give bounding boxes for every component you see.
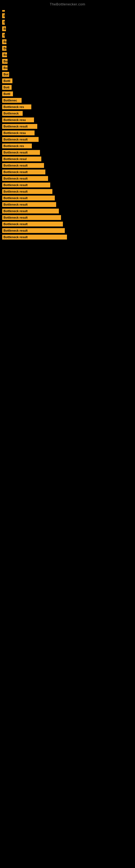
bar-row: Bottleneck result [2,176,135,181]
bar-row: Bottleneck res [2,144,135,148]
bar-label: Bottleneck result [2,169,45,175]
bar-row [2,10,135,12]
bar-row: Bottleneck result [2,202,135,207]
bar-row: Bottleneck result [2,163,135,168]
bar-row: B [2,13,135,18]
bar-row: B [2,33,135,38]
bar-label: Bottleneck result [2,176,48,181]
bar-label: Bottl [2,79,12,83]
bar-row: Bottl [2,91,135,96]
bar-row: Bottleneck result [2,183,135,187]
bar-label: Bottleneck res [2,144,32,148]
bar-row: Bottleneck resul [2,156,135,161]
bar-row: Bo [2,26,135,31]
bar-label: Bottleneck result [2,183,50,187]
bar-row: Bottleneck resu [2,130,135,135]
bar-label: Bottleneck result [2,195,55,200]
bar-label: B [2,13,5,18]
bar-label: Bottleneck result [2,137,39,142]
bar-row: Bottleneck result [2,124,135,129]
bar-row: Bottleneck result [2,137,135,142]
bar-label: B [2,33,5,38]
bar-label: Bottlenec [2,98,21,103]
bar-row: Bottl [2,79,135,83]
bar-label: Bo [2,52,7,57]
bar-row: Bottleneck [2,111,135,116]
bar-label: Bottleneck resu [2,130,35,135]
bar-row: Bott [2,85,135,90]
bar-label: Bo [2,59,8,64]
bar-row: Bo [2,46,135,51]
bars-container: BBBoBBoBoBoBoBoBotBottlBottBottlBottlene… [0,7,135,244]
bar-label: Bottleneck result [2,235,67,240]
bar-row: Bottleneck resu [2,118,135,122]
bar-row: Bottleneck result [2,209,135,214]
bar-label: Bottleneck result [2,163,44,168]
bar-label: Bot [2,72,9,77]
bar-row: Bottleneck result [2,215,135,220]
bar-row: Bottleneck res [2,104,135,109]
bar-row: Bot [2,72,135,77]
bar-row: B [2,20,135,25]
bar-row: Bottlenec [2,98,135,103]
bar-row: Bottleneck result [2,228,135,233]
bar-label: Bo [2,26,6,31]
bar-label: Bottleneck [2,111,23,116]
bar-row: Bo [2,59,135,64]
bar-label: Bo [2,46,6,51]
bar-label: B [2,20,5,25]
bar-row: Bottleneck result [2,169,135,175]
bar-label [2,10,5,12]
bar-row: Bottleneck result [2,150,135,155]
bar-row: Bottleneck result [2,189,135,194]
site-title: TheBottlenecker.com [0,0,135,7]
bar-label: Bottleneck result [2,124,37,129]
bar-label: Bottleneck resul [2,156,41,161]
bar-label: Bottleneck result [2,228,65,233]
bar-label: Bottleneck resu [2,118,34,122]
bar-label: Bottl [2,91,13,96]
bar-row: Bo [2,39,135,44]
bar-label: Bottleneck result [2,222,63,226]
bar-label: Bottleneck result [2,209,59,214]
bar-label: Bo [2,39,6,44]
bar-row: Bottleneck result [2,222,135,226]
bar-label: Bottleneck result [2,202,56,207]
bar-label: Bottleneck res [2,104,31,109]
bar-label: Bott [2,85,12,90]
bar-label: Bottleneck result [2,189,52,194]
bar-row: Bottleneck result [2,235,135,240]
bar-row: Bo [2,65,135,70]
bar-row: Bo [2,52,135,57]
bar-label: Bottleneck result [2,150,40,155]
bar-label: Bo [2,65,8,70]
bar-label: Bottleneck result [2,215,61,220]
bar-row: Bottleneck result [2,195,135,200]
